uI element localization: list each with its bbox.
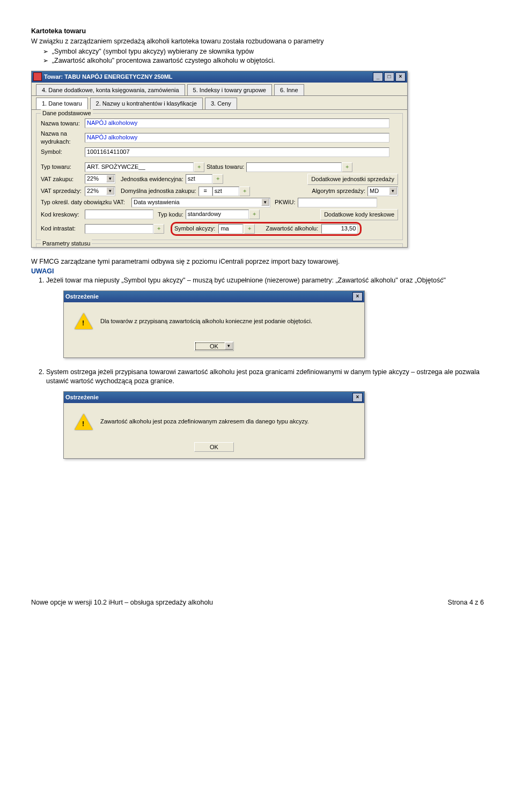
label-typ-kodu: Typ kodu: <box>158 211 186 219</box>
window-title: Ostrzeżenie <box>65 293 99 301</box>
ok-button[interactable]: OK <box>194 341 234 351</box>
intro-para: W związku z zarządzaniem sprzedażą alkoh… <box>31 37 484 46</box>
lookup-button[interactable]: ✦ <box>342 162 352 172</box>
note-item: Jeżeli towar ma niepusty „Symbol typu ak… <box>46 276 484 285</box>
warning-dialog: Ostrzeżenie × ! Dla towarów z przypisaną… <box>63 290 365 358</box>
footer-left: Nowe opcje w wersji 10.2 iHurt – obsługa… <box>31 598 213 607</box>
kod-intrastat-input[interactable] <box>85 224 153 234</box>
note-item: System ostrzega jeżeli przypisana towaro… <box>46 368 484 386</box>
label-typ-okresl-vat: Typ określ. daty obowiązku VAT: <box>41 198 131 206</box>
paragraph: W FMCG zarządzane tymi parametrami odbyw… <box>31 257 484 266</box>
label-typ-towaru: Typ towaru: <box>41 163 85 171</box>
group-dane-podstawowe: Dane podstawowe Nazwa towaru: NAPÓJ alko… <box>36 113 403 240</box>
label-zawartosc-alkoholu: Zawartość alkoholu: <box>266 225 320 233</box>
group-legend: Dane podstawowe <box>41 109 93 117</box>
zawartosc-alkoholu-input[interactable]: 13,50 <box>321 224 358 234</box>
symbol-input[interactable]: 1001161411007 <box>85 147 389 157</box>
label-dom-jedn-zakupu: Domyślna jednostka zakupu: <box>121 187 198 195</box>
group-legend: Parametry statusu <box>41 240 92 248</box>
dom-jednostka-input[interactable]: szt <box>212 187 239 196</box>
close-button[interactable]: × <box>395 72 406 81</box>
vat-zakupu-select[interactable]: 22% <box>85 174 115 184</box>
window-title: Ostrzeżenie <box>65 393 99 401</box>
ok-button[interactable]: OK <box>194 442 234 452</box>
bullet-bold: „Zawartość alkoholu" <box>52 57 114 64</box>
warning-dialog: Ostrzeżenie × ! Zawartość alkoholu jest … <box>63 391 365 459</box>
lookup-button[interactable]: ✦ <box>239 187 250 196</box>
group-parametry-statusu: Parametry statusu <box>36 243 403 247</box>
bullet-text: procentowa zawartość czystego alkoholu w… <box>116 57 275 64</box>
tab-ceny[interactable]: 3. Ceny <box>205 98 237 109</box>
tab-dane-towaru[interactable]: 1. Dane towaru <box>36 98 88 109</box>
maximize-button[interactable]: □ <box>384 72 394 81</box>
dodatkowe-kody-button[interactable]: Dodatkowe kody kreskowe <box>320 209 398 220</box>
bullet-text: wybierany ze słownika typów <box>167 48 254 55</box>
titlebar: Ostrzeżenie × <box>64 291 364 302</box>
warning-message: Dla towarów z przypisaną zawartością alk… <box>100 317 312 325</box>
label-status-towaru: Status towaru: <box>207 163 246 171</box>
label-kod-intrastat: Kod intrastat: <box>41 225 85 233</box>
footer-right: Strona 4 z 6 <box>448 598 484 607</box>
label-vat-sprzedazy: VAT sprzedaży: <box>41 187 85 195</box>
label-jedn-ewid: Jednostka ewidencyjna: <box>121 175 186 183</box>
label-symbol-akcyzy: Symbol akcyzy: <box>174 225 217 233</box>
section-heading: Kartoteka towaru <box>31 27 484 36</box>
dodatkowe-jednostki-button[interactable]: Dodatkowe jednostki sprzedaży <box>307 174 398 185</box>
titlebar: Towar: TABU NAPÓJ ENERGETYCZNY 250ML _ □… <box>32 71 407 83</box>
jedn-ewid-input[interactable]: szt <box>186 174 212 184</box>
label-vat-zakupu: VAT zakupu: <box>41 175 85 183</box>
vat-sprzedazy-select[interactable]: 22% <box>85 187 115 196</box>
symbol-akcyzy-input[interactable]: ma <box>218 224 243 234</box>
warning-icon: ! <box>75 312 93 330</box>
bullet-item: „Symbol akcyzy" (symbol typu akcyzy) wyb… <box>43 47 484 56</box>
warning-message: Zawartość alkoholu jest poza zdefiniowan… <box>100 418 309 426</box>
lookup-button[interactable]: ✦ <box>153 224 164 234</box>
lookup-button[interactable]: ✦ <box>212 174 223 184</box>
bullet-item: „Zawartość alkoholu" procentowa zawartoś… <box>43 56 484 65</box>
label-pkwiu: PKWiU: <box>275 198 298 206</box>
label-nazwa-wydrukach: Nazwa na wydrukach: <box>41 130 85 146</box>
bullet-text: (symbol typu akcyzy) <box>103 48 166 55</box>
algorytm-select[interactable]: MD <box>367 187 398 196</box>
minimize-button[interactable]: _ <box>373 72 383 81</box>
lookup-button[interactable]: ✦ <box>249 210 260 219</box>
label-kod-kreskowy: Kod kreskowy: <box>41 211 85 219</box>
warning-icon: ! <box>75 413 93 431</box>
nazwa-towaru-input[interactable]: NAPÓJ alkoholowy <box>85 118 389 128</box>
label-symbol: Symbol: <box>41 148 85 156</box>
status-towaru-input[interactable] <box>246 162 342 172</box>
titlebar: Ostrzeżenie × <box>64 392 364 403</box>
tab-inne[interactable]: 6. Inne <box>274 84 304 96</box>
close-button[interactable]: × <box>352 393 363 402</box>
highlighted-fields: Symbol akcyzy: ma ✦ Zawartość alkoholu: … <box>171 222 362 236</box>
kod-kreskowy-input[interactable] <box>85 210 153 219</box>
label-algorytm: Algorytm sprzedaży: <box>312 187 367 195</box>
close-button[interactable]: × <box>352 292 363 301</box>
tab-nazwy[interactable]: 2. Nazwy u kontrahentów i klasyfikacje <box>90 98 203 109</box>
tab-dane-dodatkowe[interactable]: 4. Dane dodatkowe, konta księgowania, za… <box>36 84 185 96</box>
eq-input[interactable]: = <box>198 187 212 196</box>
typ-towaru-input[interactable]: ART. SPOŻYWCZE__ <box>85 162 194 172</box>
typ-kodu-input[interactable]: standardowy <box>186 210 249 219</box>
tab-indeksy[interactable]: 5. Indeksy i towary grupowe <box>187 84 272 96</box>
notes-heading: UWAGI <box>31 267 484 276</box>
window-title: Towar: TABU NAPÓJ ENERGETYCZNY 250ML <box>44 73 173 81</box>
lookup-button[interactable]: ✦ <box>194 162 204 172</box>
product-form-window: Towar: TABU NAPÓJ ENERGETYCZNY 250ML _ □… <box>31 71 408 248</box>
pkwiu-input[interactable] <box>298 198 377 207</box>
app-icon <box>33 72 42 81</box>
label-nazwa-towaru: Nazwa towaru: <box>41 120 85 128</box>
lookup-button[interactable]: ✦ <box>244 224 255 234</box>
bullet-bold: „Symbol akcyzy" <box>52 48 101 55</box>
nazwa-wydrukach-input[interactable]: NAPÓJ alkoholowy <box>85 133 389 143</box>
typ-okresl-vat-select[interactable]: Data wystawienia <box>131 198 270 207</box>
